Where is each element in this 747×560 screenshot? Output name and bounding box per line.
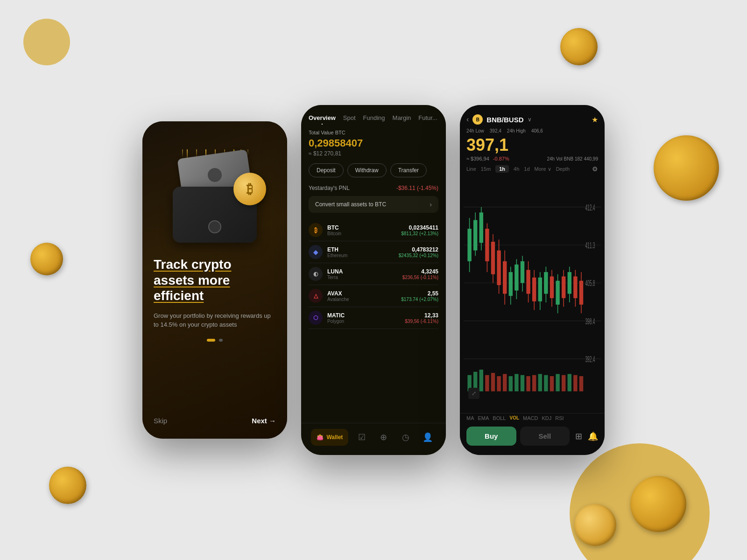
sell-button[interactable]: Sell: [520, 427, 570, 446]
favorite-star-icon[interactable]: ★: [592, 115, 598, 124]
wallet-illustration: ₿: [159, 149, 271, 243]
svg-rect-69: [579, 376, 583, 392]
list-item[interactable]: △ AVAX Avalanche 2,55 $173.74 (+2.07%): [309, 285, 438, 307]
next-button[interactable]: Next →: [252, 417, 276, 425]
asset-amount-avax: 2,55: [401, 290, 438, 297]
asset-symbol-luna: LUNA: [327, 268, 343, 275]
transfer-button[interactable]: Transfer: [390, 163, 427, 177]
svg-text:405.8: 405.8: [585, 278, 595, 288]
candlestick-chart-area: 412.4 411.3 405.8 398.4 392.4: [464, 175, 601, 413]
svg-rect-68: [573, 375, 577, 392]
svg-rect-30: [538, 278, 542, 301]
wallet-label: Wallet: [326, 434, 343, 441]
pnl-label: Yestarday's PNL: [309, 185, 350, 191]
svg-rect-36: [556, 281, 559, 305]
nav-wallet[interactable]: 👛 Wallet: [311, 429, 348, 446]
nav-add[interactable]: ⊕: [375, 429, 392, 446]
bottom-navigation: 👛 Wallet ☑ ⊕ ◷ 👤: [301, 423, 446, 455]
svg-rect-63: [544, 375, 548, 392]
tab-line[interactable]: Line: [466, 166, 476, 172]
asset-icon-luna: ◐: [309, 267, 323, 281]
chart-tabs: Line 15m 1h 4h 1d More ∨ Depth ⚙: [460, 165, 605, 173]
wallet-icon: 👛: [317, 434, 324, 441]
asset-name-matic: Polygon: [327, 319, 345, 324]
history-icon: ◷: [402, 432, 409, 442]
nav-check[interactable]: ☑: [353, 429, 370, 446]
list-item[interactable]: ◐ LUNA Terra 4,3245 $236,56 (-0.11%): [309, 263, 438, 285]
asset-usd-avax: $173.74 (+2.07%): [401, 297, 438, 302]
svg-rect-26: [526, 270, 530, 294]
svg-text:398.4: 398.4: [585, 316, 595, 326]
deposit-button[interactable]: Deposit: [309, 163, 344, 177]
tab-1d[interactable]: 1d: [524, 166, 529, 172]
price-range-row: 24h Low 392,4 24h High 406,6: [460, 128, 605, 133]
svg-rect-42: [573, 276, 577, 298]
list-item[interactable]: ◆ ETH Ethereum 0,4783212 $2435,32 (+0.12…: [309, 241, 438, 263]
buy-button[interactable]: Buy: [466, 427, 516, 446]
pair-chevron-icon[interactable]: ∨: [528, 116, 532, 123]
svg-rect-24: [521, 261, 524, 283]
high-label: 24h High: [507, 128, 526, 133]
skip-button[interactable]: Skip: [154, 417, 167, 425]
chart-settings-icon[interactable]: ⚙: [592, 165, 598, 173]
tab-more[interactable]: More ∨: [535, 166, 551, 172]
svg-rect-6: [467, 229, 471, 261]
svg-rect-38: [562, 276, 565, 298]
decorative-coin-left-mid: [30, 243, 63, 275]
ind-kdj[interactable]: KDJ: [542, 415, 551, 421]
total-usd: ≈ $12 270,81: [309, 150, 438, 157]
profile-icon: 👤: [423, 432, 433, 442]
asset-usd-eth: $2435,32 (+0.12%): [399, 253, 438, 258]
asset-amount-luna: 4,3245: [402, 268, 438, 275]
bnb-icon: B: [472, 114, 483, 125]
nav-profile[interactable]: 👤: [419, 429, 436, 446]
decorative-coin-bottom-right: [630, 476, 686, 532]
tab-4h[interactable]: 4h: [514, 166, 519, 172]
ind-ema[interactable]: EMA: [478, 415, 489, 421]
svg-rect-54: [491, 373, 495, 391]
ind-boll[interactable]: BOLL: [493, 415, 506, 421]
expand-icon[interactable]: ⤢: [468, 388, 479, 399]
phone-trading: ‹ B BNB/BUSD ∨ ★ 24h Low 392,4 24h High …: [460, 105, 605, 455]
tab-futures[interactable]: Futur...: [418, 114, 437, 121]
notification-icon[interactable]: 🔔: [588, 431, 598, 441]
tab-1h[interactable]: 1h: [495, 165, 509, 173]
tab-overview[interactable]: Overview: [309, 114, 336, 121]
dot-inactive: [219, 339, 223, 342]
list-item[interactable]: ⬡ MATIC Polygon 12,33 $39,56 (-6.11%): [309, 307, 438, 329]
svg-rect-55: [497, 376, 500, 392]
svg-rect-64: [550, 376, 554, 392]
nav-history[interactable]: ◷: [397, 429, 414, 446]
svg-rect-59: [521, 375, 524, 392]
convert-row[interactable]: Convert small assets to BTC ›: [309, 196, 438, 213]
ind-rsi[interactable]: RSI: [555, 415, 564, 421]
convert-arrow-icon: ›: [430, 201, 432, 208]
asset-usd-matic: $39,56 (-6.11%): [405, 319, 438, 324]
tab-depth[interactable]: Depth: [556, 166, 570, 172]
svg-rect-22: [514, 265, 518, 291]
dot-active: [207, 339, 215, 342]
asset-info-matic: MATIC Polygon: [327, 312, 345, 324]
asset-value-luna: 4,3245 $236,56 (-0.11%): [402, 268, 438, 280]
ind-ma[interactable]: MA: [466, 415, 474, 421]
svg-rect-61: [532, 375, 536, 392]
svg-rect-32: [544, 272, 548, 294]
svg-rect-14: [491, 242, 495, 274]
svg-rect-62: [538, 374, 542, 391]
decorative-circle-top-left: [23, 19, 70, 65]
tab-funding[interactable]: Funding: [363, 114, 385, 121]
tab-15m[interactable]: 15m: [481, 166, 491, 172]
price-usd: ≈ $396,94: [466, 156, 489, 161]
ind-macd[interactable]: MACD: [523, 415, 538, 421]
ind-vol[interactable]: VOL: [509, 415, 519, 421]
back-button[interactable]: ‹: [466, 115, 469, 124]
calculator-icon[interactable]: ⊞: [575, 431, 582, 441]
asset-usd-luna: $236,56 (-0.11%): [402, 275, 438, 280]
tab-margin[interactable]: Margin: [393, 114, 411, 121]
tab-spot[interactable]: Spot: [343, 114, 356, 121]
svg-rect-20: [509, 272, 513, 296]
list-item[interactable]: ₿ BTC Bitcoin 0,02345411 $811,32 (+2.13%…: [309, 219, 438, 241]
withdraw-button[interactable]: Withdraw: [347, 163, 387, 177]
current-price: 397,1: [460, 135, 605, 155]
asset-usd-btc: $811,32 (+2.13%): [401, 231, 438, 236]
